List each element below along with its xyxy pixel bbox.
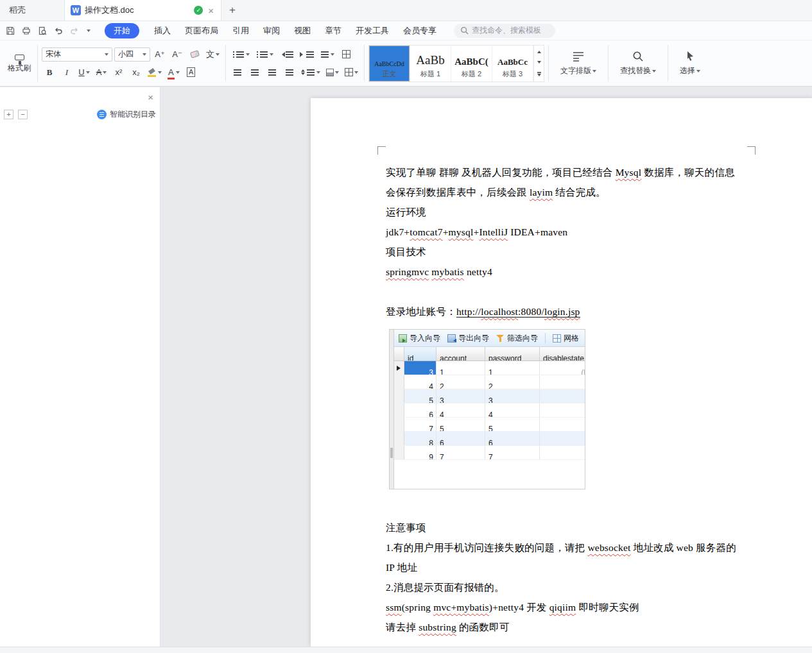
id-cell[interactable]: 7	[404, 418, 436, 431]
quick-access-dropdown-icon[interactable]	[87, 30, 91, 34]
menu-item[interactable]: 章节	[318, 25, 349, 37]
menu-item[interactable]: 插入	[147, 25, 178, 37]
disablestate-cell[interactable]	[540, 432, 585, 445]
align-left-button[interactable]	[230, 65, 245, 80]
account-cell[interactable]: 7	[436, 446, 485, 459]
id-cell[interactable]: 4	[404, 375, 436, 389]
table-row[interactable]: 866	[394, 432, 585, 446]
styles-scroll-up-button[interactable]	[534, 46, 544, 58]
table-row[interactable]: 533	[394, 389, 585, 403]
column-header[interactable]: disablestate	[540, 347, 585, 360]
account-cell[interactable]: 6	[436, 432, 485, 445]
numbered-list-button[interactable]	[254, 47, 275, 62]
bold-button[interactable]: B	[42, 65, 57, 80]
styles-scroll-down-button[interactable]	[534, 57, 544, 69]
id-cell[interactable]: 3	[404, 361, 436, 375]
styles-more-button[interactable]	[534, 69, 544, 81]
menu-item[interactable]: 引用	[225, 25, 256, 37]
disablestate-cell[interactable]	[540, 375, 585, 389]
line-spacing-button[interactable]	[299, 65, 322, 80]
print-icon[interactable]	[21, 26, 31, 36]
menu-item[interactable]: 开发工具	[349, 25, 396, 37]
import-wizard-button[interactable]: 导入向导	[399, 330, 440, 347]
collapse-all-button[interactable]: −	[18, 110, 28, 119]
increase-font-size-button[interactable]: A⁺	[152, 47, 168, 62]
disablestate-cell[interactable]	[540, 389, 585, 403]
filter-wizard-button[interactable]: 筛选向导	[496, 330, 538, 347]
close-tab-icon[interactable]: ×	[207, 6, 215, 15]
account-cell[interactable]: 1	[436, 361, 485, 375]
italic-button[interactable]: I	[59, 65, 74, 80]
close-pane-icon[interactable]: ×	[148, 92, 153, 102]
disablestate-cell[interactable]	[540, 403, 585, 417]
pinyin-guide-button[interactable]: 文	[204, 47, 221, 62]
text-direction-button[interactable]	[338, 47, 354, 62]
table-row[interactable]: 755	[394, 418, 585, 432]
increase-indent-button[interactable]	[298, 47, 316, 62]
menu-item[interactable]: 会员专享	[396, 25, 444, 37]
tab-docer[interactable]: 稻壳	[0, 0, 64, 21]
style-card-heading3[interactable]: AaBbCc 标题 3	[492, 46, 533, 81]
document-text[interactable]: 实现了单聊 群聊 及机器人回复功能，项目已经结合 Mysql 数据库，聊天的信息…	[386, 162, 761, 637]
character-border-button[interactable]: A	[184, 65, 199, 80]
password-cell[interactable]: 1	[485, 361, 540, 375]
subscript-button[interactable]: x₂	[128, 65, 144, 80]
password-cell[interactable]: 5	[485, 418, 540, 431]
disablestate-cell[interactable]: (Null)	[540, 361, 585, 375]
id-cell[interactable]: 9	[404, 446, 436, 459]
paragraph-layout-button[interactable]	[318, 47, 336, 62]
password-cell[interactable]: 2	[485, 375, 540, 389]
strikethrough-button[interactable]: A	[94, 65, 109, 80]
new-tab-button[interactable]: +	[221, 0, 243, 21]
export-wizard-button[interactable]: 导出向导	[447, 330, 489, 347]
account-cell[interactable]: 5	[436, 418, 485, 431]
disablestate-cell[interactable]	[540, 418, 585, 431]
format-painter-button[interactable]: 格式刷	[5, 42, 33, 85]
align-right-button[interactable]	[264, 65, 280, 80]
menu-item[interactable]: 审阅	[256, 25, 287, 37]
expand-all-button[interactable]: +	[4, 110, 13, 119]
account-cell[interactable]: 3	[436, 389, 485, 403]
find-replace-button[interactable]: 查找替换	[612, 42, 664, 85]
menu-item[interactable]: 页面布局	[178, 25, 225, 37]
scrollbar-thumb[interactable]	[390, 448, 393, 458]
font-size-select[interactable]: 小四	[114, 47, 150, 62]
decrease-indent-button[interactable]	[277, 47, 296, 62]
account-cell[interactable]: 2	[436, 375, 485, 389]
text-layout-button[interactable]: 文字排版	[553, 42, 604, 85]
select-button[interactable]: 选择	[672, 42, 708, 85]
underline-button[interactable]: U	[76, 65, 92, 80]
grid-view-button[interactable]: 网格	[553, 330, 579, 347]
id-cell[interactable]: 6	[404, 403, 436, 417]
document-canvas[interactable]: 实现了单聊 群聊 及机器人回复功能，项目已经结合 Mysql 数据库，聊天的信息…	[160, 87, 812, 647]
menu-item-home[interactable]: 开始	[105, 23, 139, 38]
column-header[interactable]: id	[404, 347, 436, 360]
column-header[interactable]: account	[436, 347, 485, 360]
password-cell[interactable]: 6	[485, 432, 540, 445]
print-preview-icon[interactable]	[37, 26, 48, 36]
style-card-normal[interactable]: AaBbCcDd 正文	[369, 46, 410, 81]
tab-document[interactable]: W 操作文档.doc ✓ ×	[64, 0, 221, 21]
save-icon[interactable]	[5, 26, 15, 36]
id-cell[interactable]: 8	[404, 432, 436, 445]
font-family-select[interactable]: 宋体	[42, 47, 112, 62]
bullet-list-button[interactable]	[230, 47, 252, 62]
table-row[interactable]: 644	[394, 403, 585, 418]
table-row[interactable]: 977	[394, 446, 585, 460]
justify-button[interactable]	[282, 65, 297, 80]
column-header[interactable]: password	[485, 347, 540, 360]
account-cell[interactable]: 4	[436, 403, 485, 417]
redo-icon[interactable]	[69, 26, 80, 36]
decrease-font-size-button[interactable]: A⁻	[169, 47, 185, 62]
clear-formatting-button[interactable]	[187, 47, 202, 62]
password-cell[interactable]: 7	[485, 446, 540, 459]
password-cell[interactable]: 4	[485, 403, 540, 417]
command-search-input[interactable]: 查找命令、搜索模板	[454, 24, 555, 38]
smart-catalog-toggle[interactable]: 智能识别目录	[97, 109, 156, 120]
table-row[interactable]: 422	[394, 375, 585, 389]
undo-icon[interactable]	[53, 26, 64, 36]
shading-button[interactable]	[324, 65, 341, 80]
document-page[interactable]: 实现了单聊 群聊 及机器人回复功能，项目已经结合 Mysql 数据库，聊天的信息…	[311, 98, 812, 647]
style-card-heading1[interactable]: AaBb 标题 1	[410, 46, 451, 81]
menu-item[interactable]: 视图	[287, 25, 318, 37]
